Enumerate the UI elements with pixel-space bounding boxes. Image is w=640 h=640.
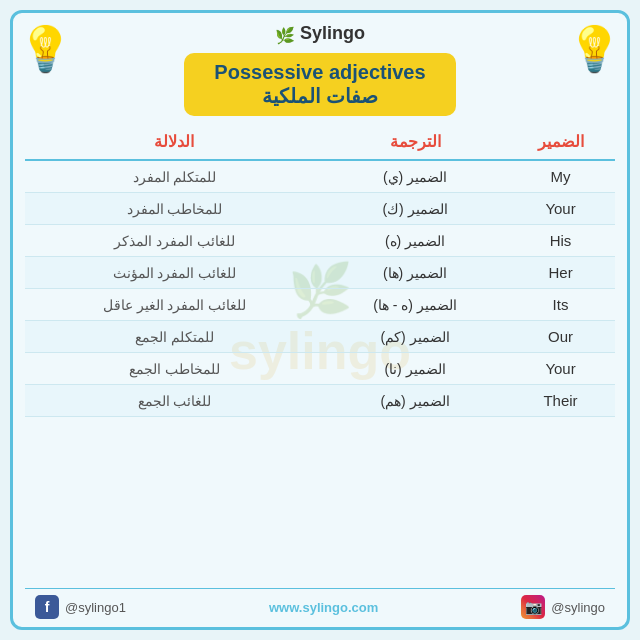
- cell-translation: الضمير (ك): [324, 193, 506, 225]
- cell-meaning: للغائب المفرد المؤنث: [25, 257, 324, 289]
- possessive-table: الضمير الترجمة الدلالة Myالضمير (ي)للمتك…: [25, 124, 615, 417]
- cell-pronoun: Your: [506, 193, 615, 225]
- logo-row: 🌿 Sylingo: [275, 23, 365, 48]
- title-english: Possessive adjectives: [214, 61, 425, 84]
- cell-pronoun: His: [506, 225, 615, 257]
- table-row: Yourالضمير (نا)للمخاطب الجمع: [25, 353, 615, 385]
- table-row: Itsالضمير (ه - ها)للغائب المفرد الغير عا…: [25, 289, 615, 321]
- cell-meaning: للغائب المفرد المذكر: [25, 225, 324, 257]
- cell-translation: الضمير (هم): [324, 385, 506, 417]
- table-row: Theirالضمير (هم)للغائب الجمع: [25, 385, 615, 417]
- header-center: 🌿 Sylingo Possessive adjectives صفات الم…: [184, 23, 455, 116]
- website-item: www.sylingo.com: [269, 600, 378, 615]
- cell-pronoun: Their: [506, 385, 615, 417]
- col-meaning-header: الدلالة: [25, 124, 324, 160]
- table-row: Herالضمير (ها)للغائب المفرد المؤنث: [25, 257, 615, 289]
- cell-translation: الضمير (ه - ها): [324, 289, 506, 321]
- table-row: Myالضمير (ي)للمتكلم المفرد: [25, 160, 615, 193]
- facebook-item: f @sylingo1: [35, 595, 126, 619]
- cell-pronoun: Your: [506, 353, 615, 385]
- cell-pronoun: Our: [506, 321, 615, 353]
- instagram-icon: 📷: [521, 595, 545, 619]
- cell-pronoun: My: [506, 160, 615, 193]
- instagram-item: 📷 @sylingo: [521, 595, 605, 619]
- footer: f @sylingo1 www.sylingo.com 📷 @sylingo: [25, 588, 615, 619]
- cell-translation: الضمير (ه): [324, 225, 506, 257]
- cell-translation: الضمير (نا): [324, 353, 506, 385]
- facebook-handle: @sylingo1: [65, 600, 126, 615]
- cell-meaning: للمتكلم الجمع: [25, 321, 324, 353]
- cell-pronoun: Her: [506, 257, 615, 289]
- header: 🌿 Sylingo Possessive adjectives صفات الم…: [25, 23, 615, 116]
- logo-icon: 🌿: [275, 26, 295, 45]
- cell-translation: الضمير (كم): [324, 321, 506, 353]
- cell-meaning: للغائب المفرد الغير عاقل: [25, 289, 324, 321]
- cell-meaning: للغائب الجمع: [25, 385, 324, 417]
- table-header-row: الضمير الترجمة الدلالة: [25, 124, 615, 160]
- facebook-icon: f: [35, 595, 59, 619]
- cell-meaning: للمتكلم المفرد: [25, 160, 324, 193]
- title-arabic: صفات الملكية: [214, 84, 425, 108]
- cell-meaning: للمخاطب الجمع: [25, 353, 324, 385]
- website-url: www.sylingo.com: [269, 600, 378, 615]
- instagram-handle: @sylingo: [551, 600, 605, 615]
- table-row: Hisالضمير (ه)للغائب المفرد المذكر: [25, 225, 615, 257]
- table-row: Ourالضمير (كم)للمتكلم الجمع: [25, 321, 615, 353]
- col-translation-header: الترجمة: [324, 124, 506, 160]
- title-box: Possessive adjectives صفات الملكية: [184, 53, 455, 116]
- table-row: Yourالضمير (ك)للمخاطب المفرد: [25, 193, 615, 225]
- cell-pronoun: Its: [506, 289, 615, 321]
- cell-translation: الضمير (ها): [324, 257, 506, 289]
- main-container: 💡 💡 🌿 Sylingo Possessive adjectives صفات…: [10, 10, 630, 630]
- col-pronoun-header: الضمير: [506, 124, 615, 160]
- cell-translation: الضمير (ي): [324, 160, 506, 193]
- brand-name: Sylingo: [300, 23, 365, 44]
- cell-meaning: للمخاطب المفرد: [25, 193, 324, 225]
- table-container: الضمير الترجمة الدلالة Myالضمير (ي)للمتك…: [25, 124, 615, 582]
